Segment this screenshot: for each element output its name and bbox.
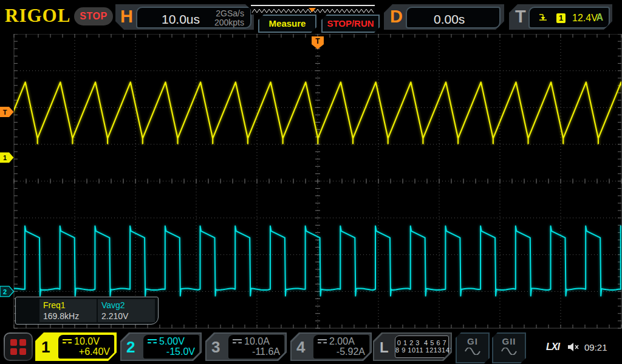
measurement-label: Freq1 bbox=[43, 300, 66, 310]
channel-tab: 42.00A-5.92A bbox=[292, 334, 371, 360]
run-state-badge[interactable]: STOP bbox=[74, 7, 113, 25]
horizontal-box: 10.0us 2GSa/s 200kpts bbox=[136, 7, 251, 29]
svg-text:T: T bbox=[315, 37, 320, 46]
ch1-ground-marker[interactable]: 1 bbox=[0, 152, 14, 163]
channel-number: 2 bbox=[126, 338, 135, 357]
svg-text:T: T bbox=[3, 109, 7, 116]
measurement-cell: Vavg2 2.210V bbox=[98, 299, 155, 322]
dc-coupling-icon bbox=[233, 339, 242, 343]
channel-values: 2.00A-5.92A bbox=[313, 335, 369, 359]
generator-1-button[interactable]: GI bbox=[456, 332, 490, 363]
channel-offset: -11.6A bbox=[252, 346, 280, 357]
channel-border: 310.0A-11.6A bbox=[205, 332, 287, 361]
channel-4-button[interactable]: 42.00A-5.92A bbox=[290, 332, 372, 361]
sample-rate: 2GSa/s bbox=[214, 9, 244, 18]
channel-tab: 110.0V+6.40V bbox=[36, 334, 115, 360]
channel-scale: 10.0V bbox=[63, 336, 100, 347]
channel-border: 25.00V-15.0V bbox=[120, 332, 202, 361]
channel-values: 5.00V-15.0V bbox=[143, 335, 199, 359]
channel-scale: 5.00V bbox=[148, 336, 185, 347]
ch2-ground-marker[interactable]: 2 bbox=[0, 286, 14, 297]
channel-values: 10.0A-11.6A bbox=[228, 335, 284, 359]
sound-muted-icon[interactable] bbox=[567, 342, 579, 352]
trigger-box: 1 12.4V A bbox=[528, 7, 610, 29]
measurement-value: 169.8kHz bbox=[43, 311, 79, 321]
delay-value: 0.00s bbox=[434, 12, 465, 27]
logic-label: L bbox=[380, 339, 389, 356]
delay-label: D bbox=[390, 7, 403, 27]
logic-row-1: 0 1 2 3 4 5 6 7 bbox=[395, 339, 448, 346]
logic-row-2: 8 9 1011 12131415 bbox=[395, 346, 448, 354]
trigger-source-badge: 1 bbox=[556, 13, 566, 23]
channel-number: 3 bbox=[211, 338, 220, 357]
ch1-trace bbox=[0, 82, 622, 143]
stop-run-button[interactable]: STOP/RUN bbox=[321, 15, 380, 33]
delay-box: 0.00s bbox=[406, 7, 501, 29]
dc-coupling-icon bbox=[148, 339, 157, 343]
menu-grid-icon bbox=[5, 334, 32, 360]
falling-edge-icon bbox=[538, 13, 548, 22]
channel-values: 10.0V+6.40V bbox=[58, 335, 114, 359]
measurement-label: Vavg2 bbox=[101, 300, 125, 310]
menu-button[interactable] bbox=[4, 332, 33, 361]
channel-number: 4 bbox=[296, 338, 305, 357]
oscilloscope-screen: RIGOL STOP H 10.0us 2GSa/s 200kpts Measu… bbox=[0, 0, 622, 364]
memory-depth: 200kpts bbox=[214, 18, 244, 27]
channel-tab: 25.00V-15.0V bbox=[121, 334, 200, 360]
measure-button[interactable]: Measure bbox=[258, 15, 316, 33]
measurement-value: 2.210V bbox=[101, 311, 128, 321]
channel-border: 42.00A-5.92A bbox=[290, 332, 372, 361]
channel-scale: 10.0A bbox=[233, 336, 270, 347]
measurement-cell: Freq1 169.8kHz bbox=[39, 299, 97, 322]
lxi-status: LXI bbox=[546, 342, 559, 352]
channel-offset: -15.0V bbox=[166, 346, 195, 357]
acquisition-info: 2GSa/s 200kpts bbox=[214, 9, 244, 27]
trigger-level-value: 12.4V bbox=[572, 13, 598, 24]
channel-1-button[interactable]: 110.0V+6.40V bbox=[35, 332, 117, 361]
trigger-label: T bbox=[515, 7, 526, 27]
channel-offset: -5.92A bbox=[337, 346, 365, 357]
horizontal-position-indicator[interactable] bbox=[251, 5, 375, 15]
horizontal-label: H bbox=[120, 7, 133, 27]
logic-channels-button[interactable]: L 0 1 2 3 4 5 6 7 8 9 1011 12131415 bbox=[373, 332, 452, 361]
sine-icon bbox=[465, 348, 480, 355]
measurement-panel[interactable]: Freq1 169.8kHz Vavg2 2.210V bbox=[15, 297, 159, 325]
dc-coupling-icon bbox=[318, 339, 327, 343]
channel-2-button[interactable]: 25.00V-15.0V bbox=[120, 332, 202, 361]
channel-border: 110.0V+6.40V bbox=[35, 332, 117, 361]
horizontal-group[interactable]: H 10.0us 2GSa/s 200kpts bbox=[115, 4, 254, 30]
channel-number: 1 bbox=[41, 338, 50, 357]
trigger-level-marker[interactable]: T bbox=[0, 107, 14, 117]
sine-icon bbox=[501, 348, 517, 355]
dc-coupling-icon bbox=[63, 339, 72, 343]
rigol-logo: RIGOL bbox=[5, 5, 70, 27]
svg-text:2: 2 bbox=[3, 288, 7, 295]
generator-1-label: GI bbox=[457, 336, 488, 346]
channel-tab: 310.0A-11.6A bbox=[207, 334, 285, 360]
channel-3-button[interactable]: 310.0A-11.6A bbox=[205, 332, 287, 361]
logic-channel-list: 0 1 2 3 4 5 6 7 8 9 1011 12131415 bbox=[395, 335, 449, 358]
delay-group[interactable]: D 0.00s bbox=[384, 4, 504, 30]
generator-2-label: GII bbox=[493, 336, 525, 346]
channel-offset: +6.40V bbox=[79, 346, 110, 357]
ch2-trace bbox=[0, 226, 622, 295]
channel-scale: 2.00A bbox=[318, 336, 355, 347]
svg-text:1: 1 bbox=[3, 154, 7, 161]
clock: 09:21 bbox=[584, 342, 607, 352]
generator-2-button[interactable]: GII bbox=[492, 332, 526, 363]
memory-waveform-icon bbox=[251, 7, 375, 15]
trigger-group[interactable]: T 1 12.4V A bbox=[509, 4, 612, 30]
timebase-value: 10.0us bbox=[162, 12, 200, 27]
trigger-position-marker[interactable]: T bbox=[312, 36, 324, 49]
trigger-sweep-mode: A bbox=[596, 12, 603, 23]
